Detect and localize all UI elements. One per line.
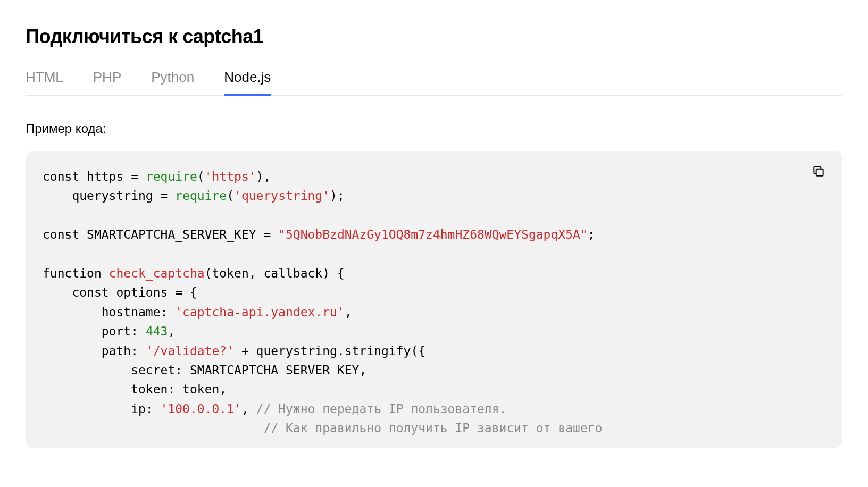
code-token: require bbox=[175, 189, 227, 203]
code-token: querystring = bbox=[43, 189, 175, 203]
copy-button[interactable] bbox=[812, 163, 829, 180]
code-token: const options = { bbox=[43, 286, 197, 299]
copy-icon bbox=[812, 164, 825, 178]
code-token: 'querystring' bbox=[234, 189, 330, 203]
code-token: 'captcha-api.yandex.ru' bbox=[175, 305, 345, 319]
code-token: ( bbox=[197, 170, 205, 183]
code-token: , bbox=[241, 402, 256, 416]
svg-rect-0 bbox=[816, 169, 823, 176]
code-token: secret: SMARTCAPTCHA_SERVER_KEY, bbox=[43, 363, 366, 377]
code-content: const https = require('https'), querystr… bbox=[43, 167, 825, 438]
page-title: Подключиться к captcha1 bbox=[26, 26, 842, 48]
code-token: , bbox=[168, 324, 175, 338]
code-token: '100.0.0.1' bbox=[161, 402, 241, 416]
tabs: HTMLPHPPythonNode.js bbox=[26, 69, 842, 96]
code-token: ; bbox=[588, 228, 595, 241]
code-token: // Как правильно получить IP зависит от … bbox=[263, 421, 602, 435]
code-token: , bbox=[345, 305, 352, 319]
code-token: check_captcha bbox=[109, 266, 205, 280]
code-token: hostname: bbox=[43, 305, 175, 319]
code-token bbox=[43, 421, 263, 435]
code-token: ); bbox=[330, 189, 345, 203]
code-token: const https = bbox=[43, 170, 146, 183]
tab-python[interactable]: Python bbox=[151, 69, 194, 95]
code-token: + querystring.stringify({ bbox=[234, 344, 425, 358]
code-token: 'https' bbox=[205, 170, 256, 183]
code-token: 443 bbox=[146, 324, 168, 338]
code-token: ( bbox=[227, 189, 234, 203]
tab-php[interactable]: PHP bbox=[93, 69, 121, 95]
code-block: const https = require('https'), querystr… bbox=[26, 151, 842, 448]
code-token: function bbox=[43, 266, 109, 280]
code-token: require bbox=[146, 170, 197, 183]
code-token: "5QNobBzdNAzGy1OQ8m7z4hmHZ68WQwEYSgapqX5… bbox=[278, 228, 588, 241]
code-token: ), bbox=[256, 170, 271, 183]
code-token: // Нужно передать IP пользователя. bbox=[256, 402, 507, 416]
tab-html[interactable]: HTML bbox=[26, 69, 63, 95]
code-token: path: bbox=[43, 344, 146, 358]
code-token: const SMARTCAPTCHA_SERVER_KEY = bbox=[43, 228, 278, 241]
tab-nodejs[interactable]: Node.js bbox=[224, 69, 271, 95]
code-token: (token, callback) { bbox=[205, 266, 345, 280]
code-token: ip: bbox=[43, 402, 161, 416]
code-token: '/validate?' bbox=[146, 344, 234, 358]
code-example-label: Пример кода: bbox=[26, 121, 842, 136]
code-token: token: token, bbox=[43, 382, 227, 396]
code-token: port: bbox=[43, 324, 146, 338]
